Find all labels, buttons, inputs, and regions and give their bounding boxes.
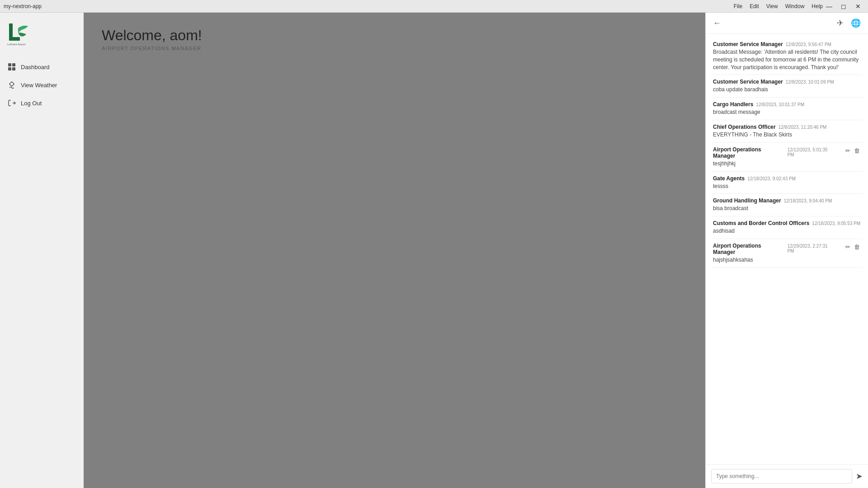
message-sender: Customer Service Manager [713, 41, 783, 47]
menu-file[interactable]: File [734, 3, 742, 9]
message-time: 12/8/2023, 10:01:37 PM [756, 102, 804, 107]
svg-rect-5 [12, 63, 15, 66]
message-header: Customs and Border Control Officers 12/1… [713, 220, 861, 226]
weather-icon [7, 80, 16, 89]
chat-header-icons: ✈ 🌐 [837, 18, 861, 28]
message-time: 12/29/2023, 2:27:31 PM [788, 244, 835, 253]
chat-messages: Customer Service Manager 12/8/2023, 9:56… [706, 34, 868, 464]
message-time: 12/18/2023, 9:04:40 PM [784, 198, 832, 203]
svg-rect-4 [8, 63, 11, 66]
message-sender: Chief Operations Officer [713, 124, 776, 130]
message-sender: Gate Agents [713, 175, 745, 182]
message-time: 12/18/2023, 9:02:43 PM [747, 176, 796, 181]
chat-back-button[interactable]: ← [713, 19, 721, 28]
message-header: Chief Operations Officer 12/8/2023, 11:2… [713, 124, 861, 130]
sidebar-item-view-weather[interactable]: View Weather [0, 76, 84, 94]
close-button[interactable]: ✕ [852, 2, 864, 11]
window-controls[interactable]: — ◻ ✕ [823, 2, 864, 11]
message-sender: Cargo Handlers [713, 101, 753, 108]
sidebar-label-log-out: Log Out [21, 100, 42, 107]
edit-message-button[interactable]: ✏ [844, 243, 851, 251]
logo-icon: LinKasa Airport [5, 20, 33, 47]
svg-rect-6 [8, 67, 11, 70]
svg-rect-2 [9, 37, 20, 41]
message-body: hajshjsahksahas [713, 256, 835, 264]
message-body: tessss [713, 183, 861, 190]
sidebar-label-dashboard: Dashboard [21, 64, 50, 70]
message-body: broadcast message [713, 108, 861, 116]
message-header: Ground Handling Manager 12/18/2023, 9:04… [713, 197, 861, 204]
message-body: EVERYTHING - The Black Skirts [713, 131, 861, 139]
message-time: 12/18/2023, 9:05:53 PM [812, 221, 860, 226]
menu-bar[interactable]: File Edit View Window Help [734, 3, 823, 9]
message-header: Customer Service Manager 12/8/2023, 9:56… [713, 41, 861, 47]
nav-items: Dashboard View Weather [0, 54, 84, 116]
message-time: 12/12/2023, 5:01:35 PM [788, 147, 835, 157]
message-item: Airport Operations Manager 12/12/2023, 5… [711, 143, 863, 172]
message-sender: Airport Operations Manager [713, 243, 785, 255]
message-header: Gate Agents 12/18/2023, 9:02:43 PM [713, 175, 861, 182]
message-header: Airport Operations Manager 12/29/2023, 2… [713, 243, 835, 255]
welcome-title: Welcome, aom! [102, 27, 687, 44]
menu-edit[interactable]: Edit [750, 3, 759, 9]
message-sender: Customs and Border Control Officers [713, 220, 809, 226]
message-header: Cargo Handlers 12/8/2023, 10:01:37 PM [713, 101, 861, 108]
message-item: Customs and Border Control Officers 12/1… [711, 216, 863, 239]
message-sender: Airport Operations Manager [713, 146, 785, 159]
menu-window[interactable]: Window [785, 3, 805, 9]
welcome-subtitle: AIRPORT OPERATIONS MANAGER [102, 46, 687, 51]
message-item: Cargo Handlers 12/8/2023, 10:01:37 PM br… [711, 98, 863, 120]
title-bar: my-nextron-app File Edit View Window Hel… [0, 0, 868, 13]
message-header: Airport Operations Manager 12/12/2023, 5… [713, 146, 835, 159]
message-time: 12/8/2023, 9:56:47 PM [786, 42, 831, 47]
chat-header: ← ✈ 🌐 [706, 13, 868, 34]
message-actions: ✏ 🗑 [844, 146, 861, 155]
main-content: Welcome, aom! AIRPORT OPERATIONS MANAGER [84, 13, 705, 488]
minimize-button[interactable]: — [823, 2, 835, 11]
sidebar-label-view-weather: View Weather [21, 82, 57, 89]
edit-message-button[interactable]: ✏ [844, 146, 851, 155]
delete-message-button[interactable]: 🗑 [853, 243, 861, 251]
message-body: bisa broadcast [713, 205, 861, 212]
message-time: 12/8/2023, 10:01:09 PM [786, 80, 834, 84]
message-body: tesjhhjhkj [713, 160, 835, 168]
message-time: 12/8/2023, 11:20:46 PM [778, 125, 827, 130]
logo-area: LinKasa Airport [0, 13, 84, 54]
chat-input-area: ➤ [706, 464, 868, 488]
app-container: LinKasa Airport Dashboard [0, 13, 868, 488]
message-item: Airport Operations Manager 12/29/2023, 2… [711, 239, 863, 268]
svg-point-8 [10, 82, 14, 86]
message-item: Gate Agents 12/18/2023, 9:02:43 PM tesss… [711, 172, 863, 194]
message-body: asdhisad [713, 227, 861, 235]
message-actions: ✏ 🗑 [844, 243, 861, 251]
menu-help[interactable]: Help [811, 3, 823, 9]
message-sender: Ground Handling Manager [713, 197, 781, 204]
svg-text:LinKasa Airport: LinKasa Airport [7, 43, 26, 46]
restore-button[interactable]: ◻ [837, 2, 850, 11]
sidebar-item-dashboard[interactable]: Dashboard [0, 58, 84, 76]
message-header: Customer Service Manager 12/8/2023, 10:0… [713, 79, 861, 85]
message-body: Broadcast Message: 'Attention all reside… [713, 48, 861, 71]
message-sender: Customer Service Manager [713, 79, 783, 85]
message-item: Customer Service Manager 12/8/2023, 10:0… [711, 75, 863, 98]
chat-panel: ← ✈ 🌐 Customer Service Manager 12/8/2023… [705, 13, 868, 488]
globe-icon[interactable]: 🌐 [851, 18, 861, 28]
send-button[interactable]: ➤ [856, 471, 863, 481]
logout-icon [7, 99, 16, 108]
chat-input[interactable] [711, 469, 852, 483]
menu-view[interactable]: View [766, 3, 778, 9]
message-item: Ground Handling Manager 12/18/2023, 9:04… [711, 194, 863, 216]
dashboard-icon [7, 62, 16, 71]
delete-message-button[interactable]: 🗑 [853, 146, 861, 155]
app-title: my-nextron-app [4, 3, 730, 9]
flight-icon[interactable]: ✈ [837, 18, 844, 28]
message-item: Customer Service Manager 12/8/2023, 9:56… [711, 38, 863, 75]
message-item: Chief Operations Officer 12/8/2023, 11:2… [711, 120, 863, 143]
svg-rect-7 [12, 67, 15, 70]
message-body: coba update baradhais [713, 86, 861, 94]
sidebar: LinKasa Airport Dashboard [0, 13, 84, 488]
sidebar-item-log-out[interactable]: Log Out [0, 94, 84, 112]
